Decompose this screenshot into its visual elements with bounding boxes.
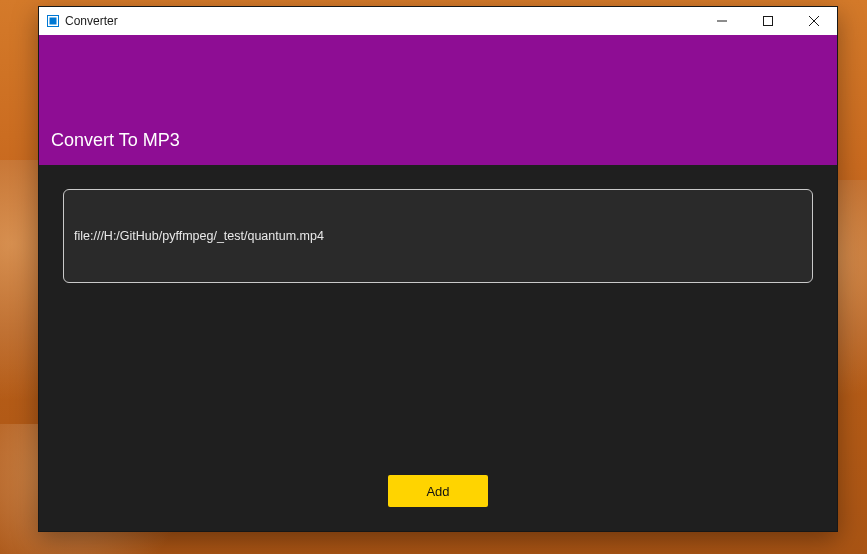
minimize-button[interactable] [699, 7, 745, 35]
content-area: file:///H:/GitHub/pyffmpeg/_test/quantum… [39, 165, 837, 531]
svg-rect-3 [764, 17, 773, 26]
svg-rect-1 [50, 18, 57, 25]
add-button[interactable]: Add [388, 475, 488, 507]
header: Convert To MP3 [39, 35, 837, 165]
content-spacer [63, 283, 813, 469]
maximize-button[interactable] [745, 7, 791, 35]
file-path-label: file:///H:/GitHub/pyffmpeg/_test/quantum… [74, 229, 324, 243]
maximize-icon [763, 16, 773, 26]
window-title: Converter [65, 14, 118, 28]
close-button[interactable] [791, 7, 837, 35]
page-title: Convert To MP3 [51, 130, 180, 151]
footer: Add [63, 469, 813, 519]
minimize-icon [717, 16, 727, 26]
close-icon [809, 16, 819, 26]
file-entry[interactable]: file:///H:/GitHub/pyffmpeg/_test/quantum… [63, 189, 813, 283]
titlebar[interactable]: Converter [39, 7, 837, 35]
app-icon [47, 15, 59, 27]
app-window: Converter Convert To MP3 file:///H:/GitH… [38, 6, 838, 532]
